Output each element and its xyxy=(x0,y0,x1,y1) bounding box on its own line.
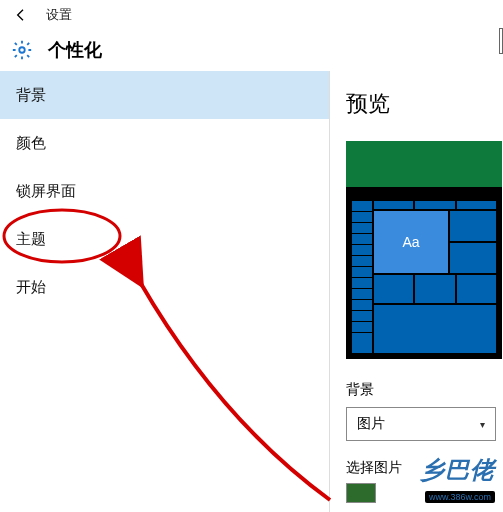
preview-heading: 预览 xyxy=(346,89,503,119)
sample-tile-text: Aa xyxy=(402,234,419,250)
background-select[interactable]: 图片 ▾ xyxy=(346,407,496,441)
sidebar-item-label: 锁屏界面 xyxy=(16,182,76,201)
chevron-down-icon: ▾ xyxy=(480,419,485,430)
sidebar: 背景 颜色 锁屏界面 主题 开始 xyxy=(0,71,330,512)
sample-tile: Aa xyxy=(374,211,448,273)
preview-wallpaper xyxy=(346,141,502,187)
background-select-value: 图片 xyxy=(357,415,385,433)
content: 背景 颜色 锁屏界面 主题 开始 预览 xyxy=(0,70,503,512)
sidebar-item-label: 开始 xyxy=(16,278,46,297)
choose-image-label: 选择图片 xyxy=(346,459,503,477)
sidebar-item-themes[interactable]: 主题 xyxy=(0,215,329,263)
titlebar: 设置 xyxy=(0,0,503,30)
desktop-preview: Aa xyxy=(346,141,502,359)
sidebar-item-label: 背景 xyxy=(16,86,46,105)
background-label: 背景 xyxy=(346,381,503,399)
page-title: 个性化 xyxy=(48,38,102,62)
image-thumb[interactable] xyxy=(346,483,376,503)
tile-column xyxy=(352,201,372,353)
main-pane: 预览 Aa 背景 xyxy=(330,71,503,512)
sidebar-item-label: 颜色 xyxy=(16,134,46,153)
settings-window: 设置 个性化 背景 颜色 锁屏界面 主题 开始 xyxy=(0,0,503,512)
tile-grid: Aa xyxy=(374,201,496,353)
search-input[interactable] xyxy=(499,28,503,54)
preview-tiles: Aa xyxy=(352,201,496,353)
sidebar-item-start[interactable]: 开始 xyxy=(0,263,329,311)
gear-icon xyxy=(10,38,34,62)
sidebar-item-background[interactable]: 背景 xyxy=(0,71,329,119)
image-thumbnails xyxy=(346,483,503,503)
back-button[interactable] xyxy=(8,2,34,28)
svg-point-0 xyxy=(19,47,25,53)
sidebar-item-lockscreen[interactable]: 锁屏界面 xyxy=(0,167,329,215)
sidebar-item-colors[interactable]: 颜色 xyxy=(0,119,329,167)
titlebar-title: 设置 xyxy=(46,6,72,24)
header: 个性化 xyxy=(0,30,503,70)
sidebar-item-label: 主题 xyxy=(16,230,46,249)
